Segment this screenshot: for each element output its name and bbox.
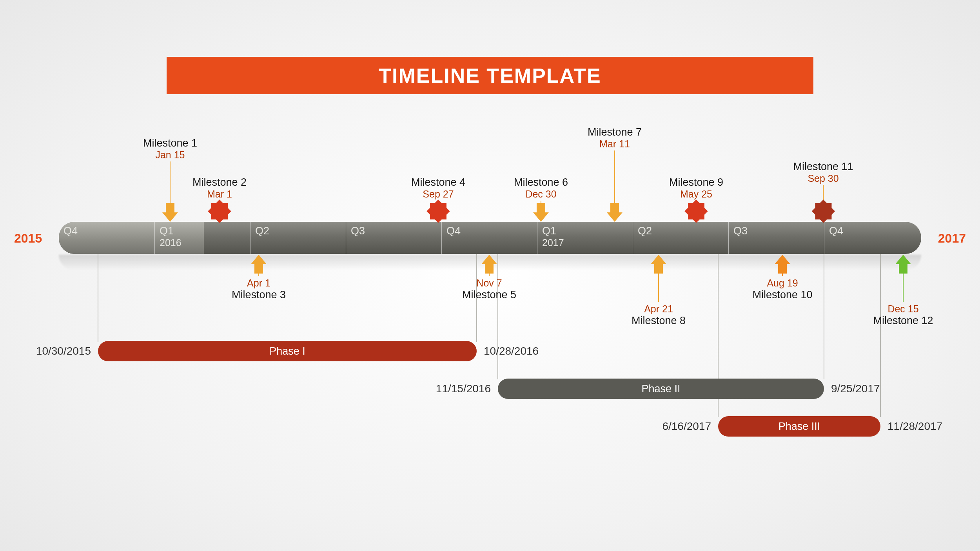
milestone-name: Milestone 3 (232, 289, 286, 301)
quarter-cell: Q4 (824, 222, 921, 254)
milestone-name: Milestone 7 (588, 126, 642, 138)
quarter-year: 2016 (160, 237, 250, 248)
quarter-label: Q2 (638, 225, 652, 237)
milestone-stem (170, 161, 171, 208)
quarter-cell: Q4 (441, 222, 537, 254)
arrow-down-icon (607, 212, 622, 222)
milestone-name: Milestone 9 (669, 176, 723, 188)
arrow-down-icon (162, 212, 178, 222)
quarter-cell: Q3 (728, 222, 824, 254)
phase-guideline (880, 254, 881, 417)
phase-name: Phase II (641, 383, 680, 395)
milestone-date: Apr 21 (632, 303, 686, 315)
arrow-up-icon (651, 255, 666, 264)
arrow-up-icon (481, 255, 497, 264)
timeline-quarters: Q4Q12016Q2Q3Q4Q12017Q2Q3Q4 (59, 222, 921, 254)
phase-start-date: 6/16/2017 (662, 420, 711, 433)
milestone-stem (903, 274, 904, 302)
quarter-cell: Q3 (346, 222, 441, 254)
quarter-label: Q3 (733, 225, 748, 237)
arrow-up-icon (251, 255, 267, 264)
milestone-name: Milestone 4 (411, 176, 465, 188)
phase-end-date: 11/28/2017 (887, 420, 942, 433)
quarter-label: Q4 (64, 225, 78, 237)
milestone: Milestone 1Jan 15 (143, 137, 197, 161)
phase-bar: Phase III (718, 416, 880, 437)
milestone-date: Mar 1 (192, 188, 247, 200)
milestone: Milestone 11Sep 30 (793, 161, 853, 184)
milestone: Milestone 7Mar 11 (588, 126, 642, 150)
quarter-label: Q4 (446, 225, 461, 237)
milestone-date: Dec 30 (514, 188, 568, 200)
milestone-date: Nov 7 (462, 277, 516, 289)
milestone-name: Milestone 8 (632, 315, 686, 327)
arrow-down-icon (533, 212, 549, 222)
milestone-stem (782, 274, 783, 276)
phase-name: Phase I (269, 345, 305, 357)
milestone: Milestone 6Dec 30 (514, 176, 568, 200)
quarter-cell: Q4 (59, 222, 154, 254)
milestone: Milestone 4Sep 27 (411, 176, 465, 200)
arrow-up-icon (895, 255, 911, 264)
phase-guideline (98, 254, 98, 342)
milestone-name: Milestone 5 (462, 289, 516, 301)
quarter-label: Q3 (351, 225, 365, 237)
phase-bar: Phase II (498, 379, 824, 399)
timeline-bar: Q4Q12016Q2Q3Q4Q12017Q2Q3Q4 (59, 222, 921, 254)
milestone-date: Aug 19 (752, 277, 812, 289)
quarter-label: Q1 (160, 225, 174, 237)
phase-bar: Phase I (98, 341, 477, 361)
phase-name: Phase III (779, 420, 820, 433)
milestone-name: Milestone 6 (514, 176, 568, 188)
end-year: 2017 (938, 231, 966, 246)
milestone-date: Sep 27 (411, 188, 465, 200)
milestone-stem (658, 274, 659, 302)
burst-icon (208, 199, 231, 223)
milestone-name: Milestone 12 (873, 315, 933, 327)
title-text: TIMELINE TEMPLATE (379, 64, 601, 87)
phase-start-date: 10/30/2015 (36, 345, 91, 357)
quarter-cell: Q2 (633, 222, 728, 254)
phase-guideline (824, 254, 824, 379)
phase-guideline (497, 254, 498, 379)
phase-end-date: 9/25/2017 (831, 382, 880, 395)
quarter-year: 2017 (542, 237, 633, 248)
phase-start-date: 11/15/2016 (436, 382, 491, 395)
milestone-date: Sep 30 (793, 173, 853, 184)
milestone-name: Milestone 10 (752, 289, 812, 301)
burst-icon (811, 199, 835, 223)
burst-icon (684, 199, 708, 223)
milestone-date: May 25 (669, 188, 723, 200)
milestone-name: Milestone 1 (143, 137, 197, 149)
milestone-date: Dec 15 (873, 303, 933, 315)
quarter-label: Q4 (829, 225, 843, 237)
start-year: 2015 (14, 231, 42, 246)
milestone-date: Apr 1 (232, 277, 286, 289)
arrow-up-icon (775, 255, 790, 264)
milestone-date: Mar 11 (588, 138, 642, 150)
quarter-cell: Q2 (250, 222, 346, 254)
milestone-stem (489, 274, 490, 276)
title-banner: TIMELINE TEMPLATE (167, 57, 813, 94)
milestone-date: Jan 15 (143, 149, 197, 161)
quarter-label: Q1 (542, 225, 556, 237)
quarter-cell: Q12017 (537, 222, 633, 254)
quarter-cell: Q12016 (154, 222, 250, 254)
milestone-stem (258, 274, 259, 276)
milestone-name: Milestone 2 (192, 176, 247, 188)
quarter-label: Q2 (255, 225, 269, 237)
burst-icon (426, 199, 450, 223)
phase-end-date: 10/28/2016 (484, 345, 539, 357)
milestone-name: Milestone 11 (793, 161, 853, 173)
milestone: Milestone 2Mar 1 (192, 176, 247, 200)
milestone: Milestone 9May 25 (669, 176, 723, 200)
